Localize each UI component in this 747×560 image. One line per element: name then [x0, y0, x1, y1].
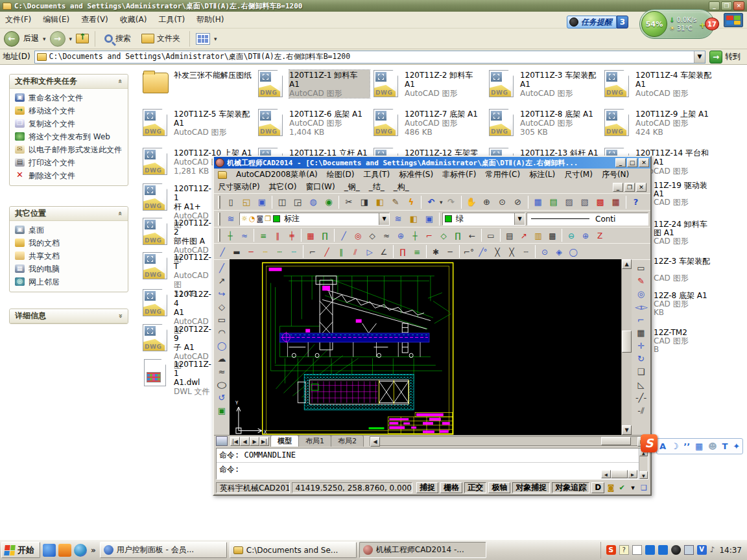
tab-layout2[interactable]: 布局2	[331, 435, 364, 447]
file-tile-dwg[interactable]: DWG 120T11Z-2 卸料车 A1AutoCAD 图形	[374, 70, 488, 98]
rectangle-tool-icon[interactable]: ▭	[484, 229, 497, 242]
polyline-wave-icon[interactable]: ≈	[238, 229, 251, 242]
vscroll-thumb[interactable]	[622, 331, 632, 353]
cad-menu-standard-parts[interactable]: 标准件(S)	[399, 169, 433, 180]
copy-object-icon[interactable]: ◎	[634, 287, 648, 300]
place-desktop[interactable]: ▣桌面	[15, 226, 124, 235]
rectangle-icon[interactable]: ▭	[215, 313, 229, 326]
paste-icon[interactable]	[373, 195, 387, 209]
parallel-icon[interactable]: ∥	[271, 229, 284, 242]
file-tile-dwg[interactable]: DWG 120T11Z-7 底架 A1AutoCAD 图形486 KB	[374, 109, 488, 137]
up-button[interactable]	[76, 34, 89, 43]
cad-menu-autocad2008[interactable]: AutoCAD2008菜单(A)	[236, 169, 318, 180]
markup-icon[interactable]	[593, 195, 608, 209]
sogou-logo-icon[interactable]: S	[641, 434, 658, 452]
line-angle-icon[interactable]: ╱	[320, 246, 333, 258]
polyline-node-icon[interactable]: ╱°	[477, 246, 490, 258]
sogou-moon-icon[interactable]: ☽	[671, 441, 679, 451]
dots-icon[interactable]: ┄	[519, 246, 532, 258]
dyn-toggle[interactable]: D	[591, 482, 604, 493]
tab-last-icon[interactable]: ▶|	[259, 437, 269, 446]
help-icon[interactable]	[629, 195, 643, 209]
quicklaunch-wangwang-icon[interactable]	[58, 544, 71, 557]
back-label[interactable]: 后退	[23, 33, 39, 44]
file-tile-fragment[interactable]: 12Z-TM2 CAD 图形 B	[654, 329, 746, 354]
arc-icon[interactable]: ◠	[215, 326, 229, 339]
design-center-icon[interactable]	[531, 195, 545, 209]
dim-edit-icon[interactable]: ▩	[546, 229, 559, 242]
file-tile-dwg[interactable]: DWG 120T11Z-9 上架 A1AutoCAD 图形424 KB	[604, 109, 718, 137]
cad-minimize-button[interactable]: _	[615, 158, 626, 167]
minimize-button[interactable]: _	[709, 1, 720, 10]
mdi-minimize-button[interactable]: _	[613, 183, 623, 192]
cross-1-icon[interactable]: ╳	[491, 246, 504, 258]
stretch-icon[interactable]: ◺	[634, 378, 648, 391]
file-tile-dwg[interactable]: DWG 120T11Z-5 车架装配 A1AutoCAD 图形	[143, 109, 257, 137]
file-tile-dwg[interactable]: DWG 120T11Z-4 车架装配 A1AutoCAD 图形	[604, 70, 718, 98]
cmd-hthumb[interactable]	[611, 470, 628, 478]
restore-button[interactable]: ❐	[721, 1, 732, 10]
task-publish[interactable]: 将这个文件发布到 Web	[15, 132, 124, 141]
forward-button[interactable]: →	[50, 31, 65, 47]
tray-doc-icon[interactable]	[632, 545, 642, 555]
cad-menu-jie[interactable]: _结_	[369, 181, 385, 192]
pi-icon[interactable]: ∏	[451, 229, 464, 242]
cad-menu-dimension[interactable]: 标注(L)	[529, 169, 555, 180]
linetype-combo[interactable]: Conti	[527, 213, 648, 226]
line-red-icon[interactable]: ─	[244, 246, 257, 258]
render-icon[interactable]	[216, 436, 228, 446]
cad-menu-nonstandard[interactable]: 非标件(F)	[442, 169, 476, 180]
place-my-documents[interactable]: 我的文档	[15, 239, 124, 248]
extend-icon[interactable]: -⫽	[634, 404, 648, 417]
snap-toggle[interactable]: 捕捉	[416, 482, 438, 493]
cad-menu-gou[interactable]: _构_	[394, 181, 409, 192]
place-my-computer[interactable]: ▦我的电脑	[15, 264, 124, 274]
line-blue-icon[interactable]: ╱	[216, 246, 229, 258]
corner-icon[interactable]: ⌐	[306, 246, 319, 258]
layer-dropdown-icon[interactable]: ▼	[379, 213, 389, 225]
sogou-user-icon[interactable]: ☻	[708, 441, 717, 451]
menu-help[interactable]: 帮助(H)	[196, 14, 224, 25]
polyline-icon[interactable]: ↪	[215, 287, 229, 300]
divide-icon[interactable]: ┼	[409, 229, 421, 242]
cad-menu-size[interactable]: 尺寸(M)	[564, 169, 593, 180]
cross-2-icon[interactable]: ╳	[505, 246, 518, 258]
line-tool-icon[interactable]: ╱	[337, 229, 350, 242]
cad-menu-common-parts[interactable]: 常用件(C)	[485, 169, 520, 180]
status-check-icon[interactable]: ✔	[617, 483, 626, 493]
cmd-scroll-down-icon[interactable]: ▼	[639, 471, 648, 479]
tray-qq-icon[interactable]	[671, 545, 681, 555]
file-tile-folder[interactable]: 补发三张不能解压图纸	[143, 70, 257, 97]
match-properties-icon[interactable]	[388, 195, 403, 209]
cut-icon[interactable]	[342, 195, 356, 209]
toolbar-grip[interactable]	[218, 196, 220, 209]
task-move[interactable]: →移动这个文件	[15, 106, 124, 115]
offset-icon[interactable]: ⌐	[634, 313, 648, 326]
rotate-icon[interactable]: ↻	[634, 352, 648, 365]
model-space-icon[interactable]: ❑	[639, 483, 648, 493]
canvas-vscrollbar[interactable]: ▲ ▼	[621, 259, 632, 435]
mdi-restore-button[interactable]: ❐	[624, 183, 635, 192]
polygon-icon[interactable]: ◇	[215, 300, 229, 313]
layer-on-icon[interactable]: ☼	[241, 215, 248, 223]
cad-menu-other[interactable]: 其它(O)	[269, 181, 297, 192]
dim-z-icon[interactable]: Z	[593, 229, 606, 242]
task-rename[interactable]: ▣重命名这个文件	[15, 93, 124, 102]
menu-tools[interactable]: 工具(T)	[158, 14, 185, 25]
cad-titlebar[interactable]: 机械工程师CAD2014 - [C:\Documents and Setting…	[214, 157, 650, 169]
menu-file[interactable]: 文件(F)	[5, 14, 31, 25]
mdi-close-button[interactable]: ✕	[636, 183, 646, 192]
quicklaunch-thunder-icon[interactable]	[43, 544, 56, 557]
line-dash-yellow-icon[interactable]: ┄	[259, 246, 272, 258]
place-shared-documents[interactable]: 共享文档	[15, 251, 124, 261]
properties-icon[interactable]	[562, 195, 576, 209]
file-tile-fragment[interactable]: 11Z-19 驱动装 A1 CAD 图形	[654, 181, 746, 207]
osnap-toggle[interactable]: 对象捕捉	[512, 482, 550, 493]
menu-favorites[interactable]: 收藏(A)	[120, 14, 147, 25]
file-tile-dwg[interactable]: DWG 120T11Z-6 底架 A1AutoCAD 图形1,404 KB	[258, 109, 372, 137]
construction-line-icon[interactable]: ↗	[215, 274, 229, 287]
forward-dropdown-icon[interactable]: ▾	[69, 36, 73, 42]
print-preview-icon[interactable]	[290, 195, 305, 209]
layer-previous-icon[interactable]: ≋	[391, 212, 405, 226]
zoom-previous-icon[interactable]	[511, 195, 525, 209]
